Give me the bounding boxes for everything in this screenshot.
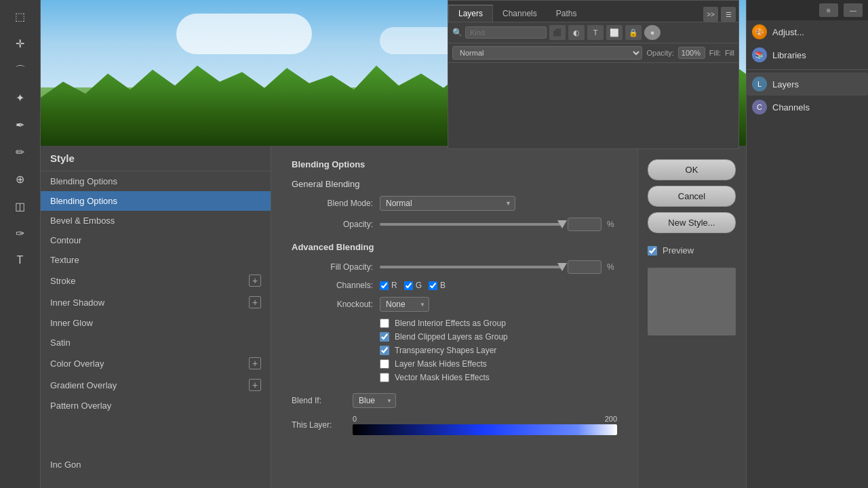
lasso-tool[interactable]: ⌒ — [7, 58, 33, 83]
blend-options-panel: Blending Options General Blending Blend … — [271, 146, 637, 488]
channels-row: Channels: R G B — [292, 281, 617, 290]
style-item-blending[interactable]: Blending Options — [41, 171, 271, 191]
checkboxes-group: Blend Interior Effects as Group Blend Cl… — [380, 319, 617, 382]
expand-panels-btn[interactable]: >> — [703, 7, 718, 22]
transparency-shapes-checkbox[interactable] — [380, 346, 389, 355]
layers-search-input[interactable] — [465, 26, 547, 39]
general-blending-title: General Blending — [292, 179, 617, 189]
marquee-tool[interactable]: ⬚ — [7, 3, 33, 29]
gradient-overlay-add-btn[interactable]: + — [249, 379, 261, 391]
style-item-inner-shadow-label: Inner Shadow — [50, 298, 104, 308]
style-item-blending-label: Blending Options — [50, 176, 117, 186]
right-panel-icon-2[interactable]: — — [844, 3, 863, 17]
channel-b-checkbox[interactable] — [429, 281, 437, 290]
preview-checkbox[interactable] — [648, 246, 657, 256]
fill-opacity-value-input[interactable]: 100 — [568, 260, 601, 274]
style-item-inner-glow-label: Inner Glow — [50, 318, 93, 328]
style-item-bevel[interactable]: Bevel & Emboss — [41, 211, 271, 230]
channel-g-checkbox[interactable] — [404, 281, 413, 290]
stamp-tool[interactable]: ◫ — [7, 193, 33, 219]
inner-shadow-add-btn[interactable]: + — [249, 296, 261, 308]
color-overlay-add-btn[interactable]: + — [249, 357, 261, 369]
adjustments-btn[interactable]: 🎨 Adjust... — [747, 20, 868, 43]
inc-gon-label: Inc Gon — [50, 460, 81, 470]
smart-icon-btn[interactable]: 🔒 — [625, 25, 642, 40]
action-buttons-panel: OK Cancel New Style... Preview — [637, 146, 746, 488]
this-layer-gradient[interactable] — [353, 424, 617, 435]
opacity-value-input[interactable]: 100 — [568, 218, 601, 231]
style-left-panel: Style Blending Options Blending Options … — [41, 146, 271, 488]
blend-mode-select[interactable]: Normal Dissolve Multiply Screen Overlay — [380, 196, 515, 211]
adjustment-icon-btn[interactable]: ◐ — [568, 25, 585, 40]
style-item-contour[interactable]: Contour — [41, 230, 271, 250]
style-item-inc-gon[interactable]: Inc Gon — [41, 455, 270, 474]
style-item-texture[interactable]: Texture — [41, 250, 271, 270]
layers-opacity-input[interactable] — [678, 47, 705, 59]
layers-fill-label: Fill: — [709, 49, 721, 57]
channels-panel-label: Channels — [772, 102, 810, 113]
opacity-slider-track[interactable] — [380, 223, 562, 226]
this-layer-slider-area: 0 200 — [353, 415, 617, 435]
transparency-shapes-label: Transparency Shapes Layer — [395, 346, 496, 355]
style-item-stroke[interactable]: Stroke + — [41, 270, 271, 291]
style-item-contour-label: Contour — [50, 235, 81, 245]
style-item-inner-glow[interactable]: Inner Glow — [41, 313, 271, 333]
blend-mode-row: Blend Mode: Normal Dissolve Multiply Scr… — [292, 196, 617, 211]
kind-icon-btn[interactable]: ⬛ — [549, 25, 566, 40]
shape-icon-btn[interactable]: ⬜ — [606, 25, 623, 40]
style-item-blending-options[interactable]: Blending Options — [41, 191, 271, 211]
layer-mask-checkbox[interactable] — [380, 359, 389, 369]
new-style-button[interactable]: New Style... — [648, 212, 736, 233]
opacity-label: Opacity: — [292, 220, 373, 229]
libraries-icon: 📚 — [752, 47, 767, 62]
preview-section: Preview — [648, 245, 736, 256]
layer-mask-row: Layer Mask Hides Effects — [380, 359, 617, 369]
cancel-button[interactable]: Cancel — [648, 186, 736, 207]
channel-r-item: R — [380, 281, 397, 290]
style-item-stroke-label: Stroke — [50, 276, 76, 286]
move-tool[interactable]: ✛ — [7, 30, 33, 56]
magic-wand-tool[interactable]: ✦ — [7, 85, 33, 110]
blend-interior-checkbox[interactable] — [380, 319, 389, 328]
fill-opacity-track[interactable] — [380, 266, 562, 268]
channels-panel-icon: C — [752, 100, 767, 115]
tab-paths[interactable]: Paths — [547, 5, 587, 22]
style-item-pattern-overlay[interactable]: Pattern Overlay — [41, 396, 271, 415]
knockout-select[interactable]: None Shallow Deep — [380, 297, 429, 312]
blend-clipped-row: Blend Clipped Layers as Group — [380, 332, 617, 342]
ok-button[interactable]: OK — [648, 159, 736, 180]
pen-tool[interactable]: ✑ — [7, 220, 33, 246]
style-item-pattern-overlay-label: Pattern Overlay — [50, 401, 111, 411]
style-item-bevel-label: Bevel & Emboss — [50, 216, 115, 226]
libraries-label: Libraries — [772, 50, 806, 60]
healing-tool[interactable]: ⊕ — [7, 166, 33, 192]
channels-panel-btn[interactable]: C Channels — [747, 96, 868, 119]
layers-panel-btn[interactable]: L Layers — [747, 73, 868, 96]
blend-if-select[interactable]: Gray Red Green Blue — [353, 393, 396, 408]
filter-icon-btn[interactable]: ● — [644, 25, 660, 40]
libraries-btn[interactable]: 📚 Libraries — [747, 43, 868, 66]
style-item-blending-options-label: Blending Options — [50, 196, 117, 206]
knockout-select-wrapper: None Shallow Deep — [380, 297, 429, 312]
style-item-gradient-overlay[interactable]: Gradient Overlay + — [41, 374, 271, 396]
style-item-satin[interactable]: Satin — [41, 333, 271, 352]
layer-mask-label: Layer Mask Hides Effects — [395, 359, 487, 369]
text-icon-btn[interactable]: T — [587, 25, 604, 40]
blend-clipped-checkbox[interactable] — [380, 332, 389, 342]
channel-r-checkbox[interactable] — [380, 281, 389, 290]
stroke-add-btn[interactable]: + — [249, 274, 261, 287]
tab-channels[interactable]: Channels — [493, 5, 547, 22]
eyedropper-tool[interactable]: ✒ — [7, 112, 33, 138]
panel-menu-btn[interactable]: ☰ — [721, 7, 736, 22]
right-panel-icon-1[interactable]: ≡ — [819, 3, 838, 17]
channels-checkboxes: R G B — [380, 281, 446, 290]
style-item-color-overlay[interactable]: Color Overlay + — [41, 352, 271, 374]
brush-tool[interactable]: ✏ — [7, 139, 33, 165]
layers-blend-mode-select[interactable]: Normal — [452, 46, 642, 60]
vector-mask-checkbox[interactable] — [380, 373, 389, 382]
type-tool[interactable]: T — [7, 247, 33, 273]
layers-tabs-bar: Layers Channels Paths >> ☰ — [448, 1, 738, 22]
tab-layers[interactable]: Layers — [448, 5, 493, 22]
style-item-inner-shadow[interactable]: Inner Shadow + — [41, 291, 271, 313]
this-layer-label: This Layer: — [292, 420, 346, 430]
